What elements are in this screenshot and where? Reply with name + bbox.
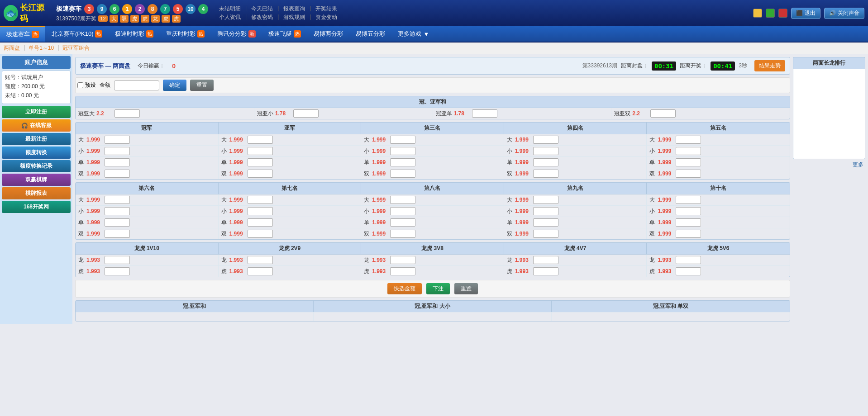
service-button[interactable]: 🎧 在线客服 bbox=[2, 119, 71, 132]
tab-chongqing[interactable]: 重庆时时彩 热 bbox=[160, 26, 211, 42]
dt3-long-input[interactable] bbox=[390, 256, 415, 264]
r9-dan-input[interactable] bbox=[533, 218, 558, 227]
r10-dan-input[interactable] bbox=[676, 218, 701, 227]
r5-da-input[interactable] bbox=[676, 136, 701, 144]
dt1-hu-input[interactable] bbox=[105, 267, 130, 275]
tab-beijing-pk10[interactable]: 北京赛车(PK10) 热 bbox=[45, 26, 109, 42]
nav-funds[interactable]: 资金变动 bbox=[315, 14, 337, 21]
tab-more-games[interactable]: 更多游戏 ▼ bbox=[391, 26, 435, 42]
dt5-long-input[interactable] bbox=[676, 256, 701, 264]
nav-report[interactable]: 报表查询 bbox=[283, 5, 305, 13]
gy-da-input[interactable] bbox=[114, 109, 140, 118]
dt3-hu-input[interactable] bbox=[390, 267, 415, 275]
r4-xiao-input[interactable] bbox=[533, 147, 558, 155]
exit-button[interactable]: ⬛ 退出 bbox=[791, 8, 820, 19]
nav-results[interactable]: 开奖结果 bbox=[315, 5, 337, 13]
breadcrumb-liang-mian[interactable]: 两面盘 bbox=[4, 44, 20, 52]
nav-rules[interactable]: 游戏规则 bbox=[283, 14, 305, 21]
r6-dan-input[interactable] bbox=[105, 218, 130, 227]
lottery-button[interactable]: 168开奖网 bbox=[2, 201, 71, 213]
r3-xiao-input[interactable] bbox=[390, 147, 415, 155]
result-trend-button[interactable]: 结果走势 bbox=[754, 60, 785, 71]
tab-yibo-2[interactable]: 易博两分彩 bbox=[307, 26, 349, 42]
reset-button[interactable]: 重置 bbox=[190, 80, 214, 91]
r8-da-input[interactable] bbox=[390, 196, 415, 204]
new-reg-button[interactable]: 最新注册 bbox=[2, 133, 71, 145]
tab-tencent[interactable]: 腾讯分分彩 新 bbox=[211, 26, 262, 42]
r9-xiao-input[interactable] bbox=[533, 207, 558, 215]
r9-shuang-input[interactable] bbox=[533, 230, 558, 238]
r3-dan-input[interactable] bbox=[390, 158, 415, 166]
dt2-long-input[interactable] bbox=[248, 256, 273, 264]
breadcrumb-single[interactable]: 单号1～10 bbox=[29, 44, 54, 52]
r8-shuang-input[interactable] bbox=[390, 230, 415, 238]
r7-da-input[interactable] bbox=[248, 196, 273, 204]
preset-checkbox[interactable] bbox=[77, 82, 83, 88]
r6-da-input[interactable] bbox=[105, 196, 130, 204]
dt4-hu-input[interactable] bbox=[533, 267, 558, 275]
chess-button[interactable]: 双赢棋牌 bbox=[2, 174, 71, 186]
r7-dan-input[interactable] bbox=[248, 218, 273, 227]
dt4-long-input[interactable] bbox=[533, 256, 558, 264]
r8-xiao-input[interactable] bbox=[390, 207, 415, 215]
nav-password[interactable]: 修改密码 bbox=[251, 14, 273, 21]
nav-today-settled[interactable]: 今天已结 bbox=[251, 5, 273, 13]
r10-da-input[interactable] bbox=[676, 196, 701, 204]
r2-shuang-input[interactable] bbox=[248, 170, 273, 178]
tab-extreme-boat[interactable]: 极速飞艇 热 bbox=[262, 26, 307, 42]
seal-timer: 00:31 bbox=[652, 61, 676, 71]
dt1-long-input[interactable] bbox=[105, 256, 130, 264]
tab-yibo-5[interactable]: 易博五分彩 bbox=[349, 26, 391, 42]
gy-shuang-input[interactable] bbox=[650, 109, 676, 118]
mute-button[interactable]: 🔊 关闭声音 bbox=[824, 8, 864, 19]
r8-dan-input[interactable] bbox=[390, 218, 415, 227]
dt5-hu-input[interactable] bbox=[676, 267, 701, 275]
confirm-button[interactable]: 确定 bbox=[163, 80, 186, 91]
r5-shuang-input[interactable] bbox=[676, 170, 701, 178]
gy-xiao-input[interactable] bbox=[293, 109, 319, 118]
transfer-log-button[interactable]: 额度转换记录 bbox=[2, 160, 71, 172]
r4-dan-input[interactable] bbox=[533, 158, 558, 166]
tab-extreme-ssq[interactable]: 极速时时彩 热 bbox=[109, 26, 160, 42]
register-button[interactable]: 立即注册 bbox=[2, 106, 71, 118]
dt2-hu-input[interactable] bbox=[248, 267, 273, 275]
transfer-button[interactable]: 额度转换 bbox=[2, 147, 71, 159]
reset2-button[interactable]: 重置 bbox=[454, 283, 478, 294]
nav-unsettled[interactable]: 未结明细 bbox=[219, 5, 241, 13]
r4-da-input[interactable] bbox=[533, 136, 558, 144]
chess-report-button[interactable]: 棋牌报表 bbox=[2, 187, 71, 199]
r7-xiao-input[interactable] bbox=[248, 207, 273, 215]
gy-dan-input[interactable] bbox=[472, 109, 497, 118]
r1-xiao-input[interactable] bbox=[105, 147, 130, 155]
r1-shuang-input[interactable] bbox=[105, 170, 130, 178]
r2-da-input[interactable] bbox=[248, 136, 273, 144]
amount-input[interactable] bbox=[114, 80, 159, 90]
r6-xiao-input[interactable] bbox=[105, 207, 130, 215]
tab-extreme-car[interactable]: 极速赛车 热 bbox=[0, 26, 45, 42]
r9-da-input[interactable] bbox=[533, 196, 558, 204]
more-link[interactable]: 更多 bbox=[793, 159, 865, 170]
r7-shuang-input[interactable] bbox=[248, 230, 273, 238]
r2-xiao-input[interactable] bbox=[248, 147, 273, 155]
dt5-header: 龙虎 5V6 bbox=[647, 243, 790, 255]
color-theme-red[interactable] bbox=[778, 9, 787, 18]
color-theme-yellow[interactable] bbox=[753, 9, 762, 18]
color-theme-green[interactable] bbox=[766, 9, 775, 18]
ball-7: 7 bbox=[160, 4, 170, 14]
r1-da-input[interactable] bbox=[105, 136, 130, 144]
r3-shuang-input[interactable] bbox=[390, 170, 415, 178]
submit-button[interactable]: 下注 bbox=[426, 283, 450, 294]
nav-personal[interactable]: 个人资讯 bbox=[219, 14, 241, 21]
ball-9: 10 bbox=[186, 4, 196, 14]
r5-dan-input[interactable] bbox=[676, 158, 701, 166]
r10-shuang-input[interactable] bbox=[676, 230, 701, 238]
r1-dan-input[interactable] bbox=[105, 158, 130, 166]
r5-xiao-input[interactable] bbox=[676, 147, 701, 155]
quick-amount-button[interactable]: 快选金额 bbox=[387, 283, 422, 294]
r3-da-input[interactable] bbox=[390, 136, 415, 144]
breadcrumb-guan-ya[interactable]: 冠亚军组合 bbox=[62, 44, 90, 52]
r4-shuang-input[interactable] bbox=[533, 170, 558, 178]
r2-dan-input[interactable] bbox=[248, 158, 273, 166]
r10-xiao-input[interactable] bbox=[676, 207, 701, 215]
r6-shuang-input[interactable] bbox=[105, 230, 130, 238]
